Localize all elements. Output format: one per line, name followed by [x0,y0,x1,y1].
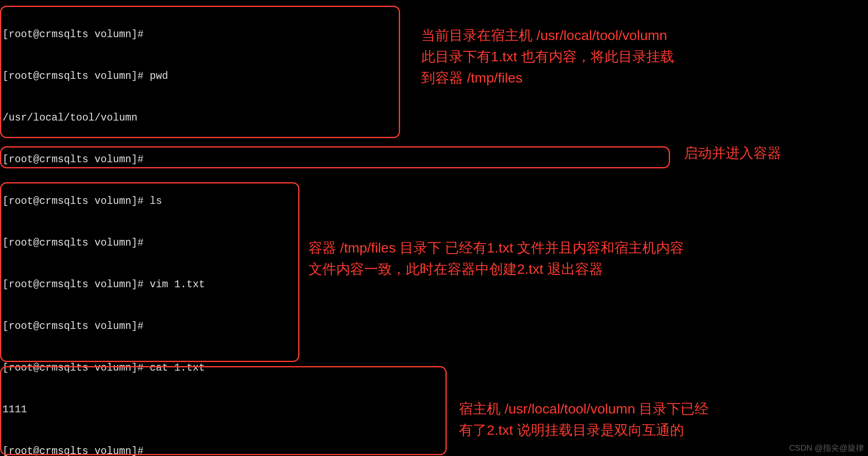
annotation-start-container: 启动并进入容器 [684,142,781,163]
annotation-host-dir: 当前目录在宿主机 /usr/local/tool/volumn 此目录下有1.t… [421,25,674,88]
terminal-line: [root@crmsqlts volumn]# ls [2,194,696,208]
terminal-line: [root@crmsqlts volumn]# vim 1.txt [2,278,696,292]
terminal-line: [root@crmsqlts volumn]# [2,320,696,333]
annotation-host-sync: 宿主机 /usr/local/tool/volumn 目录下已经 有了2.txt… [459,398,708,440]
terminal-line: [root@crmsqlts volumn]# cat 1.txt [2,361,696,375]
annotation-container-files: 容器 /tmp/files 目录下 已经有1.txt 文件并且内容和宿主机内容 … [308,237,684,279]
terminal-line: [root@crmsqlts volumn]# [2,445,696,456]
watermark: CSDN @指尖@旋律 [789,443,864,454]
terminal-line: [root@crmsqlts volumn]# [2,153,696,167]
terminal-line: /usr/local/tool/volumn [2,111,696,125]
